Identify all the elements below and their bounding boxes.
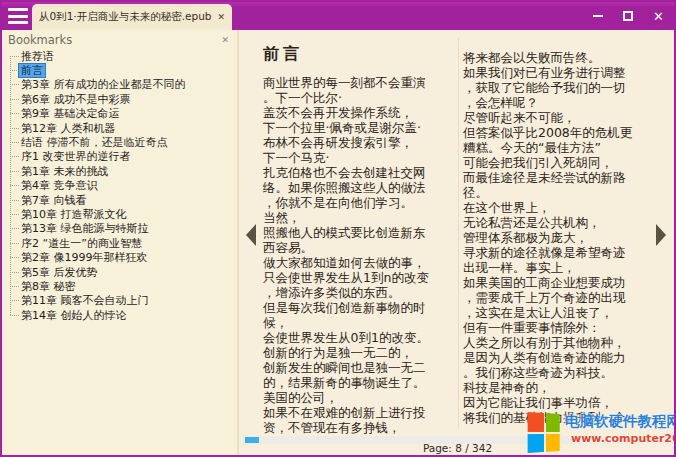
tree-branch-icon [10,272,19,273]
text-line: 在这个世界上， [463,200,663,215]
bookmark-item[interactable]: 第4章 竞争意识 [10,179,237,193]
bookmarks-panel: Bookmarks ✕ 推荐语 前言 第3章 所有成功的企业都是不同的 [2,30,239,455]
maximize-icon[interactable] [623,11,633,21]
window-controls: ✕ [593,2,664,30]
bookmark-label: 推荐语 [19,50,56,63]
bookmark-label: 序2 “道生一”的商业智慧 [19,237,144,250]
bookmark-item[interactable]: 第7章 向钱看 [10,193,237,207]
minimize-icon[interactable] [593,15,603,17]
text-line: ，获取了它能给予我们的一切 [463,80,663,95]
tree-branch-icon [10,70,19,71]
bookmark-item[interactable]: 第9章 基础决定命运 [10,107,237,121]
bookmarks-close-icon[interactable]: ✕ [221,35,229,45]
bookmark-item[interactable]: 第2章 像1999年那样狂欢 [10,250,237,264]
bookmark-label: 第4章 竞争意识 [19,179,100,192]
bookmark-item[interactable]: 第8章 秘密 [10,279,237,293]
bookmarks-tree: 推荐语 前言 第3章 所有成功的企业都是不同的 第6章 成功不是中彩票 [10,49,237,322]
text-line: 创新的行为是独一无二的， [263,345,463,360]
bookmark-item[interactable]: 第1章 未来的挑战 [10,164,237,178]
bookmark-item[interactable]: 序2 “道生一”的商业智慧 [10,236,237,250]
bookmark-item[interactable]: 第3章 所有成功的企业都是不同的 [10,78,237,92]
text-line: 如果美国的工商企业想要成功 [463,275,663,290]
right-page-text: 将来都会以失败而告终。 如果我们对已有业务进行调整 ，获取了它能给予我们的一切 … [463,50,663,425]
bookmark-item[interactable]: 推荐语 [10,49,237,63]
tab-title: 从0到1·开启商业与未来的秘密.epub [39,10,212,24]
tree-branch-icon [10,214,19,215]
watermark-text: 电脑软硬件教程网 www.computer26.com [565,412,676,445]
text-line: 但是每次我们创造新事物的时 [263,300,463,315]
text-line: 将来都会以失败而告终。 [463,50,663,65]
text-line: 。我们称这些奇迹为科技。 [463,365,663,380]
bookmark-label: 第6章 成功不是中彩票 [19,93,133,106]
tree-branch-icon [10,300,19,301]
text-line: 径。 [463,185,663,200]
bookmark-item[interactable]: 第10章 打造帮派文化 [10,207,237,221]
text-line: 无论私营还是公共机构， [463,215,663,230]
bookmark-item[interactable]: 第13章 绿色能源与特斯拉 [10,222,237,236]
tree-branch-icon [10,156,19,157]
prev-page-arrow-icon[interactable] [246,224,256,246]
reader-view: 前言 商业世界的每一刻都不会重演 。下一个比尔· 盖茨不会再开发操作系统， 下一… [241,30,674,455]
bookmark-label: 第3章 所有成功的企业都是不同的 [19,78,188,91]
bookmark-label: 第9章 基础决定命运 [19,107,122,120]
left-page: 前言 商业世界的每一刻都不会重演 。下一个比尔· 盖茨不会再开发操作系统， 下一… [263,44,463,435]
text-line: 盖茨不会再开发操作系统， [263,105,463,120]
text-line: 只会使世界发生从1到n的改变 [263,270,463,285]
menu-icon[interactable] [8,8,28,24]
tree-branch-icon [10,185,19,186]
text-line: 做大家都知道如何去做的事， [263,255,463,270]
bookmark-label: 第7章 向钱看 [19,194,89,207]
text-line: 当然， [263,210,463,225]
watermark-site-name: 电脑软硬件教程网 [565,412,676,431]
bookmark-item[interactable]: 第12章 人类和机器 [10,121,237,135]
text-line: 但答案似乎比2008年的危机更 [463,125,663,140]
bookmark-label: 前言 [19,64,45,77]
text-line: 但有一件重要事情除外： [463,320,663,335]
text-line: 照搬他人的模式要比创造新东 [263,225,463,240]
right-page: 将来都会以失败而告终。 如果我们对已有业务进行调整 ，获取了它能给予我们的一切 … [463,50,663,425]
text-line: 管理体系都极为庞大， [463,230,663,245]
bookmark-item[interactable]: 前言 [10,63,237,77]
bookmark-item[interactable]: 第6章 成功不是中彩票 [10,92,237,106]
bookmark-item[interactable]: 第14章 创始人的悖论 [10,308,237,322]
tree-branch-icon [10,257,19,258]
bookmark-item[interactable]: 第11章 顾客不会自动上门 [10,294,237,308]
close-icon[interactable]: ✕ [653,10,664,23]
text-line: 糟糕。今天的“最佳方法” [463,140,663,155]
tree-branch-icon [10,56,19,57]
text-line: 扎克伯格也不会去创建社交网 [263,165,463,180]
text-line: 因为它能让我们事半功倍， [463,395,663,410]
bookmark-label: 第2章 像1999年那样狂欢 [19,251,150,264]
bookmark-label: 第11章 顾客不会自动上门 [19,294,151,307]
app-window: 从0到1·开启商业与未来的秘密.epub ✕ ✕ Bookmarks ✕ 推荐语 [0,0,676,457]
bookmark-label: 序1 改变世界的逆行者 [19,150,133,163]
tree-branch-icon [10,99,19,100]
text-line: 会使世界发生从0到1的改变。 [263,330,463,345]
tab-close-icon[interactable]: ✕ [217,12,225,22]
text-line: ，这实在是太让人沮丧了， [463,305,663,320]
document-tab[interactable]: 从0到1·开启商业与未来的秘密.epub ✕ [32,4,232,30]
bookmarks-title: Bookmarks [8,33,72,47]
text-line: 出现一样。事实上， [463,260,663,275]
bookmark-item[interactable]: 结语 停滞不前，还是临近奇点 [10,135,237,149]
tree-branch-icon [10,113,19,114]
text-line: 。下一个比尔· [263,90,463,105]
tree-branch-icon [10,128,19,129]
text-line: 商业世界的每一刻都不会重演 [263,75,463,90]
text-line: 下一个马克· [263,150,463,165]
bookmark-item[interactable]: 第5章 后发优势 [10,265,237,279]
text-line: 创新发生的瞬间也是独一无二 [263,360,463,375]
tree-branch-icon [10,228,19,229]
text-line: 如果我们对已有业务进行调整 [463,65,663,80]
bookmark-label: 第10章 打造帮派文化 [19,208,129,221]
text-line: ，需要成千上万个奇迹的出现 [463,290,663,305]
tree-branch-icon [10,315,19,316]
bookmark-item[interactable]: 序1 改变世界的逆行者 [10,150,237,164]
bookmark-label: 第13章 绿色能源与特斯拉 [19,222,151,235]
text-line: 而最佳途径是未经尝试的新路 [463,170,663,185]
text-line: 人类之所以有别于其他物种， [463,335,663,350]
text-line: 络。如果你照搬这些人的做法 [263,180,463,195]
text-line: ，你就不是在向他们学习。 [263,195,463,210]
bookmark-label: 结语 停滞不前，还是临近奇点 [19,136,170,149]
text-line: 美国的公司， [263,390,463,405]
